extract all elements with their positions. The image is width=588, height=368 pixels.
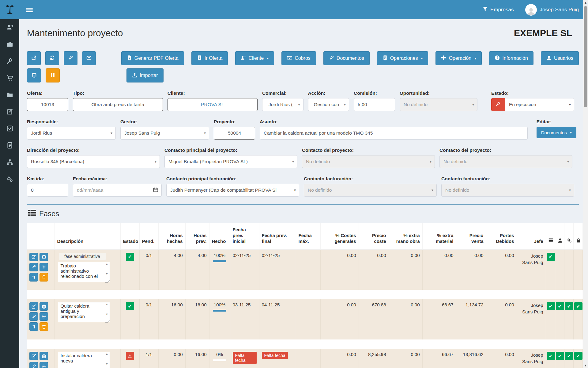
hecho-cell: 100% xyxy=(212,253,228,258)
fecha-maxima-input[interactable] xyxy=(77,187,158,193)
sidebar-item-companies[interactable] xyxy=(0,36,19,53)
email-button[interactable] xyxy=(82,51,96,65)
database-fase-button[interactable] xyxy=(40,352,48,360)
check-badge[interactable]: ✔ xyxy=(565,302,573,310)
falta-fecha-badge: Falta fecha xyxy=(262,352,288,359)
sidebar-item-purchases[interactable] xyxy=(0,70,19,87)
asunto-input[interactable] xyxy=(264,130,524,136)
contacto-proyecto-select-2[interactable]: No definido▾ xyxy=(439,155,572,168)
select-value: No definido xyxy=(443,159,467,164)
contacto-facturacion-select-1[interactable]: No definido▾ xyxy=(304,184,437,197)
operaciones-dropdown-button[interactable]: Operaciones ▾ xyxy=(377,51,428,65)
check-badge[interactable]: ✔ xyxy=(547,352,555,360)
contacto-proyecto-select-1[interactable]: No definido▾ xyxy=(302,155,435,168)
chevron-down-icon: ▾ xyxy=(111,131,112,135)
km-ida-input[interactable] xyxy=(31,187,64,193)
oportunidad-select[interactable]: No definido▾ xyxy=(400,98,477,111)
pause-button[interactable] xyxy=(46,68,60,82)
oferta-input[interactable] xyxy=(31,102,64,107)
edit-fase-button[interactable] xyxy=(29,352,38,360)
delete-fase-button[interactable] xyxy=(40,322,48,331)
sidebar-item-documents[interactable] xyxy=(0,137,19,154)
reorder-fase-button[interactable] xyxy=(29,322,38,331)
sidebar-item-tools[interactable] xyxy=(0,53,19,70)
editar-documentos-button[interactable]: Documentos ▾ xyxy=(537,127,576,138)
oferta-label: Oferta: xyxy=(27,90,68,96)
refresh-button[interactable] xyxy=(45,51,59,65)
delete-fase-button[interactable] xyxy=(40,273,48,282)
responsable-select[interactable]: Jordi Rius▾ xyxy=(27,127,116,140)
proyecto-input[interactable] xyxy=(218,130,251,136)
comercial-select[interactable]: Jordi Rius (▾ xyxy=(262,98,303,111)
operacion-dropdown-button[interactable]: Operación ▾ xyxy=(435,51,482,65)
contacto-principal-facturacion-select[interactable]: Judith Permanyer (Cap de comptabilitat P… xyxy=(166,184,299,197)
cliente-link[interactable]: PROVA SL xyxy=(168,98,258,111)
database-fase-button[interactable] xyxy=(40,253,48,261)
settings-fase-button[interactable] xyxy=(40,312,48,321)
generate-pdf-button[interactable]: Generar PDF Oferta xyxy=(121,51,184,65)
database-button[interactable] xyxy=(27,68,41,82)
paperclip-icon xyxy=(68,55,73,62)
check-badge[interactable]: ✔ xyxy=(565,352,573,360)
tipo-input[interactable] xyxy=(77,102,159,107)
chevron-down-icon: ▾ xyxy=(292,159,294,164)
check-badge[interactable]: ✔ xyxy=(556,302,564,310)
sidebar-item-organization[interactable] xyxy=(0,154,19,171)
hamburger-icon[interactable] xyxy=(26,7,33,13)
chevron-down-icon: ▾ xyxy=(569,102,571,107)
scrollbar-thumb[interactable] xyxy=(584,6,587,107)
fase-row: Quitar caldera antigua y preparación ▲▼ … xyxy=(27,299,582,339)
sidebar-item-projects[interactable] xyxy=(0,87,19,104)
sidebar-item-settings[interactable] xyxy=(0,171,19,188)
attach-fase-button[interactable] xyxy=(29,263,38,271)
attach-fase-button[interactable] xyxy=(29,362,38,368)
sidebar xyxy=(0,0,19,368)
companies-filter[interactable]: Empresas xyxy=(483,6,514,13)
informacion-button[interactable]: Información xyxy=(489,51,533,65)
gestor-select[interactable]: Josep Sans Puig▾ xyxy=(120,127,209,140)
check-badge[interactable]: ✔ xyxy=(574,352,582,360)
fase-description-textarea[interactable]: Quitar caldera antigua y preparación xyxy=(58,302,110,322)
estado-select[interactable]: En ejecución▾ xyxy=(505,98,574,111)
importar-button[interactable]: Importar xyxy=(126,68,164,82)
edit-fase-button[interactable] xyxy=(29,253,38,261)
column-header: Fecha máx. xyxy=(296,223,320,249)
contacto-principal-proyecto-select[interactable]: Miquel Brualla (Propietari PROVA SL)▾ xyxy=(164,155,297,168)
check-badge[interactable]: ✔ xyxy=(574,302,582,310)
user-menu[interactable]: Josep Sans Puig xyxy=(525,4,579,16)
settings-fase-button[interactable] xyxy=(40,362,48,368)
comision-input[interactable] xyxy=(358,102,391,107)
fase-description-textarea[interactable]: Instalar caldera nueva xyxy=(58,352,110,368)
cobros-button[interactable]: Cobros xyxy=(281,51,316,65)
database-fase-button[interactable] xyxy=(40,302,48,311)
fecha-prev-inicial-cell: 02-11-25 xyxy=(230,249,259,290)
contacto-facturacion-select-2[interactable]: No definido▾ xyxy=(441,184,574,197)
file-text-icon xyxy=(6,142,13,150)
usuarios-button[interactable]: Usuarios xyxy=(541,51,579,65)
estado-wrench-button[interactable] xyxy=(491,98,505,111)
attach-button[interactable] xyxy=(64,51,77,65)
sidebar-item-edit[interactable] xyxy=(0,104,19,121)
scroll-down-icon[interactable]: ▼ xyxy=(583,364,588,367)
column-header: Precio venta xyxy=(456,223,486,249)
sidebar-item-clients[interactable] xyxy=(0,19,19,36)
direccion-select[interactable]: Rossello 345 (Barcelona)▾ xyxy=(27,155,160,168)
settings-fase-button[interactable] xyxy=(40,263,48,271)
vertical-scrollbar[interactable]: ▲ ▼ xyxy=(583,0,588,368)
check-badge[interactable]: ✔ xyxy=(556,352,564,360)
check-badge[interactable]: ✔ xyxy=(547,302,555,310)
accion-select[interactable]: Gestión con▾ xyxy=(308,98,349,111)
attach-fase-button[interactable] xyxy=(29,312,38,321)
documentos-button[interactable]: Documentos xyxy=(323,51,370,65)
calendar-icon[interactable] xyxy=(153,187,158,194)
reorder-fase-button[interactable] xyxy=(29,273,38,282)
sidebar-item-tasks[interactable] xyxy=(0,121,19,137)
share-button[interactable] xyxy=(27,51,41,65)
scroll-up-icon[interactable]: ▲ xyxy=(583,1,588,4)
check-badge[interactable]: ✔ xyxy=(547,253,555,261)
cliente-dropdown-button[interactable]: Cliente ▾ xyxy=(235,51,274,65)
app-logo[interactable] xyxy=(0,0,19,19)
fase-description-textarea[interactable]: Trabajo administrativo relacionado con e… xyxy=(58,262,110,282)
ir-oferta-button[interactable]: Ir Oferta xyxy=(191,51,228,65)
edit-fase-button[interactable] xyxy=(29,302,38,311)
